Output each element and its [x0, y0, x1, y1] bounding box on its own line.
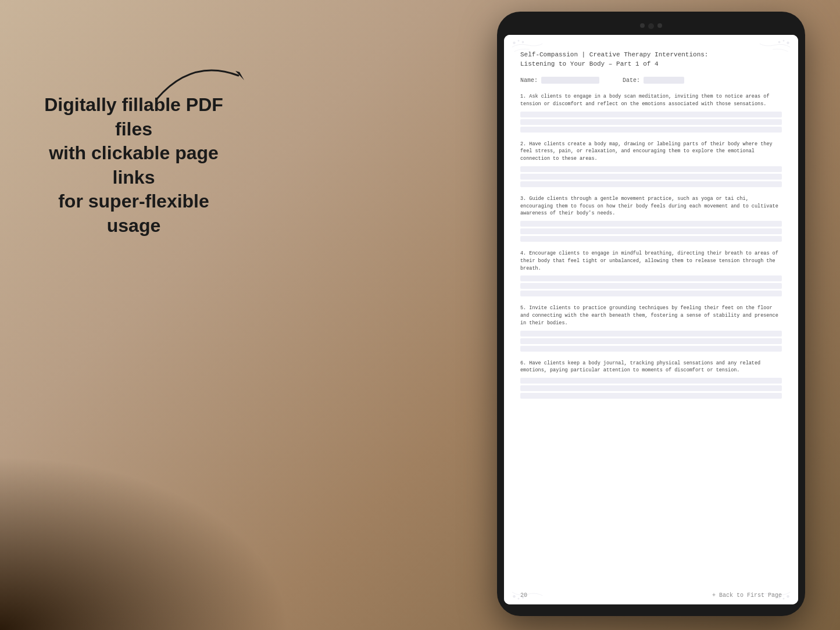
item-5-text: 5. Invite clients to practice grounding …: [520, 305, 782, 327]
tablet: Self-Compassion | Creative Therapy Inter…: [497, 12, 805, 616]
pdf-item-1: 1. Ask clients to engage in a body scan …: [520, 93, 782, 133]
svg-point-11: [783, 598, 785, 600]
pdf-fields: Name: Date:: [520, 77, 782, 84]
pdf-item-4: 4. Encourage clients to engage in mindfu…: [520, 250, 782, 296]
item-4-text: 4. Encourage clients to engage in mindfu…: [520, 250, 782, 272]
item-5-answer[interactable]: [520, 331, 782, 352]
item-4-answer[interactable]: [520, 275, 782, 296]
svg-point-2: [518, 40, 520, 42]
promo-line2: with clickable page links: [49, 142, 219, 188]
date-label: Date:: [623, 77, 640, 84]
pdf-page: Self-Compassion | Creative Therapy Inter…: [504, 35, 798, 604]
item-1-text: 1. Ask clients to engage in a body scan …: [520, 93, 782, 108]
promo-line3: for super-flexible usage: [58, 191, 209, 236]
camera-dot-left: [640, 23, 645, 28]
svg-point-5: [783, 40, 785, 42]
pdf-item-2: 2. Have clients create a body map, drawi…: [520, 141, 782, 187]
name-field[interactable]: Name:: [520, 77, 599, 84]
pdf-item-3: 3. Guide clients through a gentle moveme…: [520, 195, 782, 242]
page-number: 20: [520, 592, 527, 599]
pdf-title2: Listening to Your Body – Part 1 of 4: [520, 60, 782, 67]
camera-dot-right: [657, 23, 662, 28]
date-input[interactable]: [644, 77, 684, 84]
item-2-text: 2. Have clients create a body map, drawi…: [520, 141, 782, 163]
name-input[interactable]: [541, 77, 599, 84]
pdf-item-6: 6. Have clients keep a body journal, tra…: [520, 360, 782, 399]
svg-point-3: [522, 41, 524, 43]
pdf-item-5: 5. Invite clients to practice grounding …: [520, 305, 782, 351]
promo-text: Digitally fillable PDF files with clicka…: [35, 93, 233, 238]
pdf-title1: Self-Compassion | Creative Therapy Inter…: [520, 51, 782, 58]
svg-point-1: [513, 42, 516, 45]
camera-dot-center: [648, 23, 654, 29]
pdf-footer: 20 + Back to First Page: [520, 592, 782, 599]
promo-line1: Digitally fillable PDF files: [44, 94, 223, 139]
item-2-answer[interactable]: [520, 166, 782, 187]
svg-point-6: [778, 41, 781, 43]
svg-point-7: [513, 595, 516, 598]
svg-point-4: [787, 42, 789, 45]
pdf-content: Self-Compassion | Creative Therapy Inter…: [520, 51, 782, 399]
svg-point-8: [518, 598, 520, 600]
item-6-text: 6. Have clients keep a body journal, tra…: [520, 360, 782, 375]
svg-point-10: [787, 595, 789, 598]
tablet-screen: Self-Compassion | Creative Therapy Inter…: [504, 35, 798, 604]
item-1-answer[interactable]: [520, 112, 782, 133]
tablet-camera: [640, 23, 662, 29]
item-3-answer[interactable]: [520, 221, 782, 242]
background-dark: [0, 456, 291, 630]
item-6-answer[interactable]: [520, 378, 782, 399]
name-label: Name:: [520, 77, 538, 84]
item-3-text: 3. Guide clients through a gentle moveme…: [520, 195, 782, 217]
back-to-first-link[interactable]: + Back to First Page: [712, 592, 782, 599]
deco-bottom: [504, 575, 798, 604]
date-field[interactable]: Date:: [623, 77, 684, 84]
